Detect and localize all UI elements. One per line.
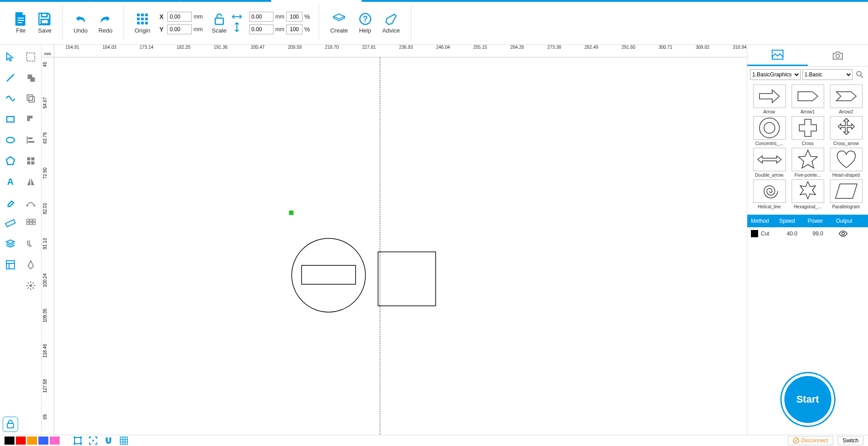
w-pct-sign: % xyxy=(304,13,310,20)
shape-item-star6[interactable]: Hexagonal_... xyxy=(789,179,826,209)
height-pct-input[interactable] xyxy=(286,24,302,34)
line-tool[interactable] xyxy=(0,67,21,88)
rectangle-tool[interactable] xyxy=(0,109,21,130)
shape-subcategory-select[interactable]: 1.Basic xyxy=(802,69,853,80)
save-button[interactable]: Save xyxy=(33,11,57,36)
magnet-icon[interactable] xyxy=(104,436,113,445)
advice-button[interactable]: Advice xyxy=(377,11,406,36)
lock-aspect-button[interactable]: Scale xyxy=(206,11,232,36)
origin-button[interactable]: Origin xyxy=(129,11,156,36)
marquee-tool[interactable] xyxy=(21,47,42,67)
layer-color-swatch[interactable] xyxy=(751,230,758,237)
shape-circle[interactable] xyxy=(292,239,365,312)
layer-output-icon[interactable] xyxy=(839,230,864,237)
layers-tool[interactable] xyxy=(0,234,21,254)
canvas[interactable] xyxy=(54,57,747,435)
eraser-tool[interactable] xyxy=(0,192,21,213)
text-tool[interactable]: A xyxy=(0,171,21,192)
align-tool[interactable] xyxy=(21,130,42,150)
shape-inner-rect[interactable] xyxy=(302,265,355,284)
workspace-tool[interactable] xyxy=(0,254,21,275)
undo-button[interactable]: Undo xyxy=(68,11,93,36)
color-swatch[interactable] xyxy=(38,437,48,445)
shape-item-arrow2[interactable]: Arrow2 xyxy=(828,85,864,114)
ellipse-tool[interactable] xyxy=(0,130,21,150)
redo-button[interactable]: Redo xyxy=(93,11,118,36)
tab-design1[interactable] xyxy=(90,0,181,2)
outline-tool[interactable] xyxy=(21,234,42,254)
shape-item-doublearrow[interactable]: Double_arrow xyxy=(751,148,788,178)
width-pct-input[interactable] xyxy=(286,12,302,22)
svg-rect-62 xyxy=(74,437,75,438)
grid-icon[interactable] xyxy=(119,436,128,445)
polygon-tool[interactable] xyxy=(0,150,21,171)
svg-text:A: A xyxy=(7,177,14,187)
color-swatch[interactable] xyxy=(16,437,26,445)
svg-rect-2 xyxy=(18,22,22,23)
weld-tool[interactable] xyxy=(21,67,42,88)
left-tool-palette: A xyxy=(0,45,42,435)
array-tool[interactable] xyxy=(21,213,42,234)
color-swatch[interactable] xyxy=(50,437,60,445)
shape-search-button[interactable] xyxy=(854,69,865,80)
help-button[interactable]: ? Help xyxy=(354,11,377,36)
shape-square[interactable] xyxy=(378,252,435,305)
y-input[interactable] xyxy=(167,24,192,34)
start-button[interactable]: Start xyxy=(782,373,834,426)
lock-workspace-button[interactable] xyxy=(3,417,18,432)
edit-node-tool[interactable] xyxy=(21,192,42,213)
shape-item-cross[interactable]: Cross xyxy=(789,116,826,146)
camera-tab[interactable] xyxy=(808,45,868,66)
subtract-tool[interactable] xyxy=(21,109,42,130)
select-tool[interactable] xyxy=(0,47,21,67)
switch-label: Switch xyxy=(843,437,859,444)
ruler-h-label: 164.03 xyxy=(103,45,117,50)
svg-rect-27 xyxy=(27,157,30,160)
canvas-area[interactable]: mm 154.91164.03173.14182.25191.36200.472… xyxy=(42,45,747,435)
shape-item-crossarrow[interactable]: Cross_arrow xyxy=(828,116,864,146)
gallery-tab[interactable] xyxy=(747,45,808,66)
create-label: Create xyxy=(330,27,348,34)
tab-lcp[interactable] xyxy=(181,0,271,2)
shape-item-arrow1[interactable]: Arrow1 xyxy=(789,85,826,114)
shape-item-arrow[interactable]: Arrow xyxy=(751,85,788,114)
disconnect-button[interactable]: Disconnect xyxy=(788,436,833,445)
shape-item-parallelogram[interactable]: Parallelogram xyxy=(828,179,864,209)
height-input[interactable] xyxy=(249,24,274,34)
shape-item-concentric[interactable]: Concentric_... xyxy=(751,116,788,146)
color-palette xyxy=(0,437,64,445)
copy-tool[interactable] xyxy=(21,88,42,109)
width-arrow-icon xyxy=(232,14,242,19)
ruler-h-label: 282.49 xyxy=(585,45,599,50)
y-label: Y xyxy=(159,26,165,33)
svg-rect-37 xyxy=(33,219,35,221)
ruler-h-label: 246.04 xyxy=(436,45,450,50)
pen-tool[interactable] xyxy=(21,254,42,275)
layer-row[interactable]: Cut 40.0 99.0 xyxy=(747,227,868,240)
shape-item-heart[interactable]: Heart-shaped xyxy=(828,148,864,178)
svg-rect-61 xyxy=(75,437,81,444)
shape-item-star5[interactable]: Five-pointe... xyxy=(789,148,826,178)
light-tool[interactable] xyxy=(21,275,42,296)
color-swatch[interactable] xyxy=(27,437,37,445)
shape-item-spiral[interactable]: Helical_line xyxy=(751,179,788,209)
width-input[interactable] xyxy=(249,12,274,22)
ruler-h-label: 309.82 xyxy=(696,45,710,50)
focus-icon[interactable] xyxy=(89,436,98,445)
tab-app[interactable] xyxy=(0,0,90,2)
switch-button[interactable]: Switch xyxy=(838,436,863,445)
tab-design2[interactable] xyxy=(271,0,362,2)
x-input[interactable] xyxy=(167,12,192,22)
y-unit: mm xyxy=(193,26,203,33)
color-swatch[interactable] xyxy=(5,437,14,445)
file-button[interactable]: File xyxy=(9,11,33,36)
create-button[interactable]: Create xyxy=(325,11,353,36)
svg-line-52 xyxy=(33,282,34,284)
mirror-tool[interactable] xyxy=(21,171,42,192)
shape-category-select[interactable]: 1.BasicGraphics xyxy=(750,69,801,80)
measure-tool[interactable] xyxy=(0,213,21,234)
bounds-icon[interactable] xyxy=(73,436,82,445)
ruler-v-label: 82.01 xyxy=(42,203,47,214)
grid-tool[interactable] xyxy=(21,150,42,171)
curve-tool[interactable] xyxy=(0,88,21,109)
